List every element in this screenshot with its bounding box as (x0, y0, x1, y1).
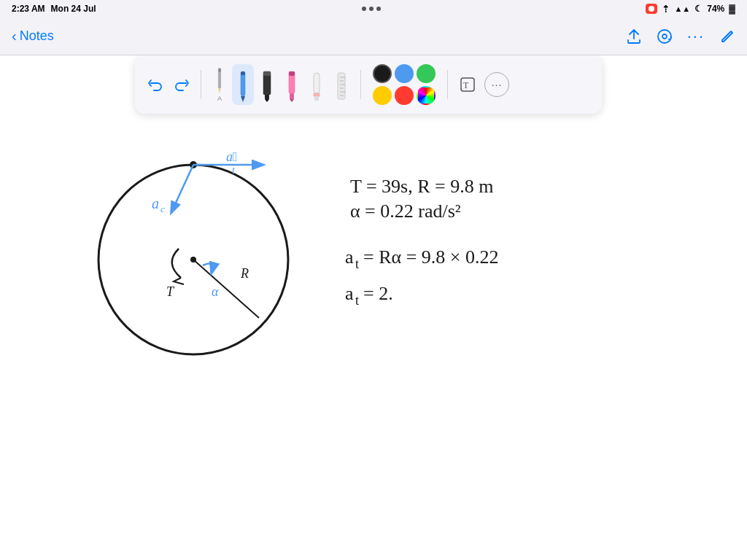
battery-icon: ▓ (729, 4, 735, 14)
color-blue[interactable] (395, 64, 414, 83)
svg-rect-13 (290, 93, 294, 99)
drawing-surface: a⃗ t a c T R α T = 39s, R = 9.8 m α (0, 55, 747, 560)
battery-text: 74% (707, 4, 724, 14)
ruler-tool[interactable] (330, 64, 353, 105)
svg-text:a: a (345, 246, 354, 268)
recording-indicator (646, 4, 657, 14)
svg-text:t: t (355, 293, 359, 308)
pencil-label: A (217, 95, 222, 102)
svg-rect-5 (241, 71, 245, 96)
recording-inner (649, 6, 654, 12)
color-yellow[interactable] (373, 86, 392, 105)
toolbar-more-button[interactable]: ··· (484, 72, 509, 97)
svg-text:T: T (463, 80, 469, 90)
color-picker (373, 64, 436, 105)
marker-tool[interactable] (255, 64, 279, 105)
svg-text:= 2.: = 2. (363, 283, 393, 304)
nav-actions: ··· (626, 27, 735, 46)
toolbar-divider-1 (201, 70, 201, 99)
svg-rect-16 (314, 73, 320, 93)
wifi-icon: ⇡ (662, 4, 670, 15)
svg-marker-6 (241, 96, 245, 102)
svg-text:t: t (355, 257, 359, 271)
back-chevron: ‹ (12, 28, 17, 44)
share-button[interactable] (626, 28, 642, 44)
canvas-area[interactable]: a⃗ t a c T R α T = 39s, R = 9.8 m α (0, 55, 747, 560)
svg-rect-11 (263, 71, 271, 76)
more-icon: ··· (492, 79, 503, 90)
svg-marker-14 (290, 99, 294, 102)
nav-back[interactable]: ‹ Notes (12, 28, 54, 44)
svg-text:a⃗: a⃗ (226, 149, 238, 164)
color-red[interactable] (395, 86, 414, 105)
color-black[interactable] (373, 64, 392, 83)
svg-rect-17 (314, 93, 320, 96)
svg-line-38 (193, 260, 259, 318)
color-rainbow[interactable] (417, 86, 436, 105)
svg-text:T = 39s,   R = 9.8 m: T = 39s, R = 9.8 m (350, 176, 493, 197)
undo-redo-section (144, 73, 193, 96)
drawing-toolbar: A (135, 55, 602, 114)
dot1 (362, 7, 366, 11)
svg-line-33 (171, 165, 193, 212)
toolbar-divider-3 (447, 70, 448, 99)
eraser-tool[interactable] (305, 64, 328, 105)
status-bar: 2:23 AM Mon 24 Jul ⇡ ▲▲ ☾ 74% ▓ (0, 0, 747, 18)
svg-point-0 (658, 30, 671, 43)
svg-text:T: T (166, 284, 175, 299)
text-tool-button[interactable]: T (455, 72, 480, 97)
moon-icon: ☾ (694, 4, 703, 14)
dot3 (376, 7, 381, 11)
status-center (362, 7, 381, 11)
pen-tool[interactable] (232, 64, 254, 105)
redo-button[interactable] (170, 73, 193, 96)
svg-rect-7 (241, 71, 245, 75)
mentions-button[interactable] (657, 28, 673, 44)
status-left: 2:23 AM Mon 24 Jul (12, 4, 96, 14)
status-right: ⇡ ▲▲ ☾ 74% ▓ (646, 4, 735, 15)
pencil-tool[interactable]: A (209, 64, 231, 105)
signal-icon: ▲▲ (674, 4, 690, 13)
svg-marker-10 (265, 99, 269, 102)
svg-text:= Rα = 9.8 × 0.22: = Rα = 9.8 × 0.22 (363, 246, 498, 268)
svg-rect-4 (218, 69, 220, 72)
nav-back-label[interactable]: Notes (20, 28, 54, 44)
svg-point-1 (662, 34, 667, 39)
svg-rect-9 (265, 95, 269, 99)
toolbar-divider-2 (360, 70, 361, 99)
svg-rect-15 (289, 71, 295, 76)
svg-text:α = 0.22 rad/s²: α = 0.22 rad/s² (350, 201, 461, 222)
nav-bar: ‹ Notes ··· (0, 18, 747, 55)
time-display: 2:23 AM (12, 4, 45, 14)
date-display: Mon 24 Jul (51, 4, 96, 14)
svg-rect-18 (314, 96, 319, 101)
undo-button[interactable] (144, 73, 167, 96)
more-options-button[interactable]: ··· (687, 27, 705, 46)
svg-text:c: c (160, 203, 165, 214)
svg-text:α: α (212, 284, 219, 299)
svg-text:a: a (345, 283, 354, 304)
svg-text:a: a (152, 195, 159, 211)
dot2 (369, 7, 374, 11)
brush-tool[interactable] (280, 64, 303, 105)
svg-text:R: R (240, 266, 249, 281)
color-green[interactable] (417, 64, 436, 83)
pen-tools-section: A (209, 64, 353, 105)
svg-marker-3 (218, 88, 220, 93)
compose-button[interactable] (719, 28, 735, 44)
